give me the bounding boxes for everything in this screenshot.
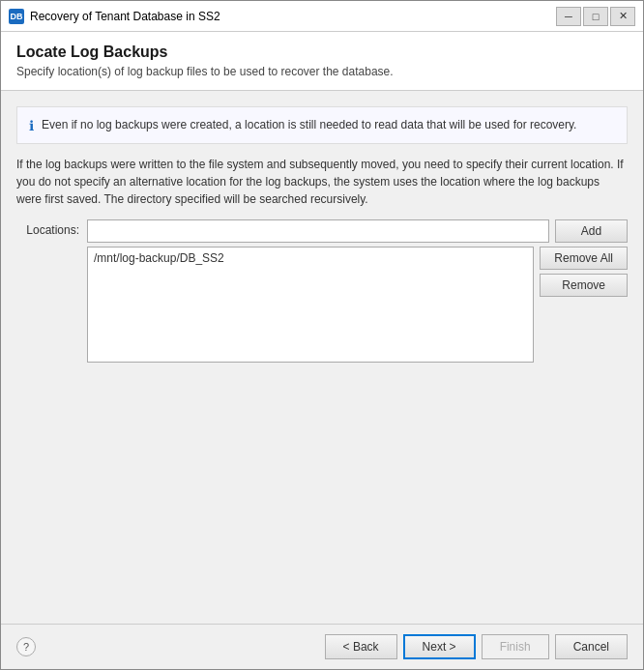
footer-buttons: < Back Next > Finish Cancel [325,634,628,659]
description-text: If the log backups were written to the f… [16,156,628,208]
back-button[interactable]: < Back [325,634,397,659]
help-button[interactable]: ? [16,637,36,656]
remove-button[interactable]: Remove [540,274,628,297]
footer: ? < Back Next > Finish Cancel [1,624,643,669]
header-section: Locate Log Backups Specify location(s) o… [1,32,643,91]
locations-row: Locations: Add [16,219,628,243]
locations-input[interactable] [87,219,549,243]
page-subtitle: Specify location(s) of log backup files … [16,65,628,78]
content-area: ℹ Even if no log backups were created, a… [1,91,643,624]
footer-left: ? [16,637,36,656]
remove-all-button[interactable]: Remove All [540,247,628,270]
title-controls: ─ □ ✕ [556,7,635,26]
window-icon: DB [9,9,24,24]
locations-label: Locations: [16,219,79,237]
finish-button[interactable]: Finish [482,634,549,659]
minimize-button[interactable]: ─ [556,7,581,26]
next-button[interactable]: Next > [403,634,476,659]
window-title: Recovery of Tenant Database in SS2 [30,10,220,23]
cancel-button[interactable]: Cancel [555,634,628,659]
list-container: /mnt/log-backup/DB_SS2 Remove All Remove [87,247,628,363]
list-item[interactable]: /mnt/log-backup/DB_SS2 [90,249,531,267]
maximize-button[interactable]: □ [583,7,608,26]
locations-list: /mnt/log-backup/DB_SS2 [87,247,534,363]
info-box: ℹ Even if no log backups were created, a… [16,106,628,144]
main-window: DB Recovery of Tenant Database in SS2 ─ … [0,0,644,670]
locations-input-area: Add [87,219,628,243]
list-button-group: Remove All Remove [540,247,628,363]
info-icon: ℹ [29,118,34,133]
info-text: Even if no log backups were created, a l… [42,117,576,133]
title-bar-left: DB Recovery of Tenant Database in SS2 [9,9,220,24]
close-button[interactable]: ✕ [610,7,635,26]
add-button[interactable]: Add [555,219,628,243]
title-bar: DB Recovery of Tenant Database in SS2 ─ … [1,1,643,32]
locations-section: Locations: Add /mnt/log-backup/DB_SS2 Re… [16,219,628,363]
page-title: Locate Log Backups [16,44,628,61]
